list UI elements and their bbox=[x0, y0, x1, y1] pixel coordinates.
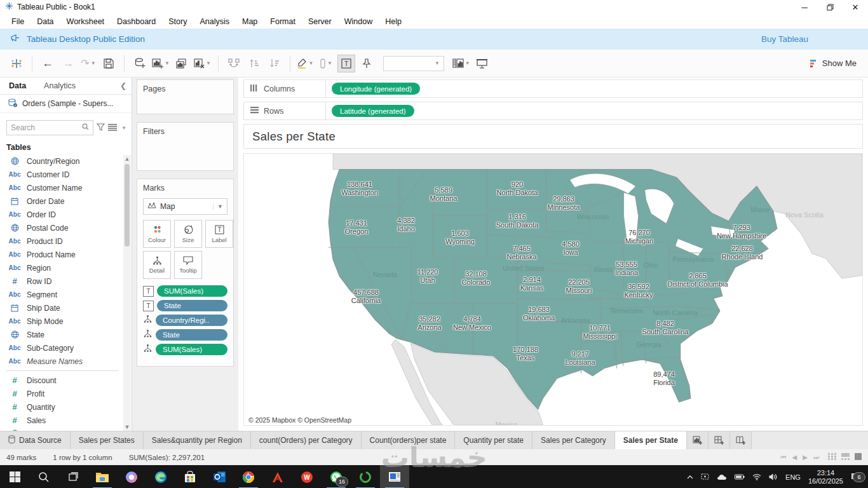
taskbar-microsoft-store-icon[interactable] bbox=[175, 465, 205, 488]
mark-type-dropdown[interactable]: Map ▼ bbox=[143, 198, 227, 215]
sheet-tab-count-orders-per-state[interactable]: Count(orders)per state bbox=[362, 431, 456, 449]
sheet-tab-data-source[interactable]: Data Source bbox=[0, 431, 71, 449]
taskbar-search-icon[interactable] bbox=[29, 465, 58, 488]
rows-shelf[interactable]: Rows Latitude (generated) bbox=[243, 102, 863, 120]
search-input[interactable]: Search bbox=[6, 120, 93, 135]
field-product-id[interactable]: AbcProduct ID bbox=[0, 234, 123, 248]
field-latitude-generated-[interactable]: Latitude (generated) bbox=[0, 427, 123, 431]
menu-map[interactable]: Map bbox=[236, 17, 264, 26]
field-profit[interactable]: #Profit bbox=[0, 387, 123, 400]
filter-fields-icon[interactable] bbox=[97, 122, 105, 133]
menu-window[interactable]: Window bbox=[338, 17, 379, 26]
taskbar-start-icon[interactable] bbox=[0, 465, 29, 488]
field-quantity[interactable]: #Quantity bbox=[0, 400, 123, 414]
taskbar-task-view-icon[interactable] bbox=[58, 465, 88, 488]
buy-tableau-link[interactable]: Buy Tableau bbox=[761, 34, 808, 44]
taskbar-file-explorer-icon[interactable] bbox=[88, 465, 117, 488]
pill-sum-sales-[interactable]: SUM(Sales) bbox=[157, 285, 227, 297]
sort-ascending-icon[interactable] bbox=[246, 55, 262, 72]
clock[interactable]: 23:14 16/02/2025 bbox=[808, 469, 843, 485]
new-story-button[interactable] bbox=[730, 431, 752, 449]
minimize-button[interactable]: ─ bbox=[792, 0, 817, 14]
highlight-icon[interactable]: ▼ bbox=[297, 55, 314, 72]
sheet-tab-sales-per-category[interactable]: Sales per Category bbox=[532, 431, 615, 449]
pill-country-regi-[interactable]: Country/Regi.. bbox=[156, 315, 227, 326]
field-customer-name[interactable]: AbcCustomer Name bbox=[0, 181, 123, 194]
filters-shelf[interactable]: Filters bbox=[137, 122, 234, 171]
onedrive-icon[interactable] bbox=[717, 474, 727, 480]
sort-descending-icon[interactable] bbox=[266, 55, 283, 72]
field-order-date[interactable]: Order Date bbox=[0, 194, 123, 208]
wifi-icon[interactable] bbox=[752, 473, 761, 480]
show-mark-labels-icon[interactable]: T bbox=[338, 55, 355, 72]
show-filmstrip-view-icon[interactable] bbox=[841, 453, 850, 461]
swap-rows-columns-icon[interactable] bbox=[226, 55, 242, 72]
pages-shelf[interactable]: Pages bbox=[137, 79, 234, 114]
marks-button-size[interactable]: Size bbox=[174, 220, 202, 248]
save-icon[interactable] bbox=[100, 55, 117, 72]
taskbar-outlook-icon[interactable] bbox=[205, 465, 234, 488]
field-sales[interactable]: #Sales bbox=[0, 414, 123, 427]
rows-pill[interactable]: Latitude (generated) bbox=[332, 105, 414, 117]
pill-state[interactable]: State bbox=[157, 300, 227, 311]
taskbar-chrome-icon[interactable] bbox=[234, 465, 263, 488]
sheet-tab-sales-per-state[interactable]: Sales per State bbox=[615, 431, 687, 449]
menu-dashboard[interactable]: Dashboard bbox=[111, 17, 162, 26]
attach-icon[interactable]: ▼ bbox=[318, 55, 334, 72]
replay-icon[interactable]: ↷▼ bbox=[80, 55, 97, 72]
sheet-tab-sales-quantity-per-region[interactable]: Sales&quantity per Region bbox=[144, 431, 251, 449]
menu-help[interactable]: Help bbox=[379, 17, 408, 26]
new-worksheet-icon[interactable]: ▼ bbox=[152, 55, 170, 72]
field-postal-code[interactable]: Postal Code bbox=[0, 221, 123, 234]
show-me-button[interactable]: Show Me bbox=[810, 58, 862, 68]
sheet-tab-count-orders-per-category[interactable]: count(Orders) per Category bbox=[251, 431, 362, 449]
marks-button-detail[interactable]: Detail bbox=[143, 251, 171, 279]
field-order-id[interactable]: AbcOrder ID bbox=[0, 208, 123, 221]
volume-icon[interactable] bbox=[769, 473, 778, 480]
tableau-logo-icon[interactable] bbox=[8, 55, 25, 72]
clear-sheet-icon[interactable]: ▼ bbox=[194, 55, 211, 72]
field-customer-id[interactable]: AbcCustomer ID bbox=[0, 168, 123, 181]
field-product-name[interactable]: AbcProduct Name bbox=[0, 248, 123, 261]
data-pane-scrollbar[interactable]: ▲▼ bbox=[123, 155, 131, 431]
undo-icon[interactable]: ← bbox=[39, 55, 56, 72]
field-sub-category[interactable]: AbcSub-Category bbox=[0, 341, 123, 355]
menu-story[interactable]: Story bbox=[162, 17, 193, 26]
marks-button-label[interactable]: TLabel bbox=[205, 220, 233, 248]
field-row-id[interactable]: #Row ID bbox=[0, 274, 123, 288]
field-ship-mode[interactable]: AbcShip Mode bbox=[0, 315, 123, 328]
menu-file[interactable]: File bbox=[5, 17, 31, 26]
restore-button[interactable] bbox=[817, 0, 843, 14]
fit-selector-icon[interactable]: ▼ bbox=[452, 55, 470, 72]
language-indicator[interactable]: ENG bbox=[785, 473, 801, 481]
notification-center-icon[interactable]: 6 bbox=[851, 473, 863, 481]
taskbar-green-app-icon[interactable] bbox=[351, 465, 380, 488]
new-dashboard-button[interactable] bbox=[709, 431, 730, 449]
tray-chevron-icon[interactable] bbox=[687, 475, 693, 479]
sheet-tab-sales-per-states[interactable]: Sales per States bbox=[71, 431, 144, 449]
pill-state[interactable]: State bbox=[156, 329, 227, 341]
field-region[interactable]: AbcRegion bbox=[0, 261, 123, 274]
field-segment[interactable]: AbcSegment bbox=[0, 288, 123, 301]
columns-pill[interactable]: Longitude (generated) bbox=[332, 83, 420, 95]
duplicate-icon[interactable] bbox=[173, 55, 190, 72]
sheet-navigation-arrows[interactable]: ⏮◀▶⏭ bbox=[781, 454, 819, 461]
field-discount[interactable]: #Discount bbox=[0, 374, 123, 387]
battery-icon[interactable] bbox=[735, 474, 745, 480]
taskbar-copilot-icon[interactable] bbox=[117, 465, 146, 488]
taskbar-whatsapp-icon[interactable]: 16 bbox=[322, 465, 351, 488]
new-data-source-icon[interactable] bbox=[132, 55, 148, 72]
field-country-region[interactable]: Country/Region bbox=[0, 154, 123, 168]
marks-button-colour[interactable]: Colour bbox=[143, 220, 171, 248]
toolbar-dropdown[interactable]: ▼ bbox=[383, 56, 444, 71]
cast-icon[interactable] bbox=[701, 473, 709, 480]
field-measure-names[interactable]: AbcMeasure Names bbox=[0, 355, 123, 368]
menu-format[interactable]: Format bbox=[264, 17, 302, 26]
presentation-mode-icon[interactable] bbox=[474, 55, 491, 72]
fix-axes-icon[interactable] bbox=[358, 55, 375, 72]
tab-analytics[interactable]: Analytics bbox=[35, 78, 85, 94]
marks-button-tooltip[interactable]: Tooltip bbox=[174, 251, 202, 279]
mark-type-caret[interactable]: ▼ bbox=[213, 203, 223, 210]
show-sheet-view-icon[interactable] bbox=[855, 453, 862, 461]
menu-analysis[interactable]: Analysis bbox=[193, 17, 236, 26]
